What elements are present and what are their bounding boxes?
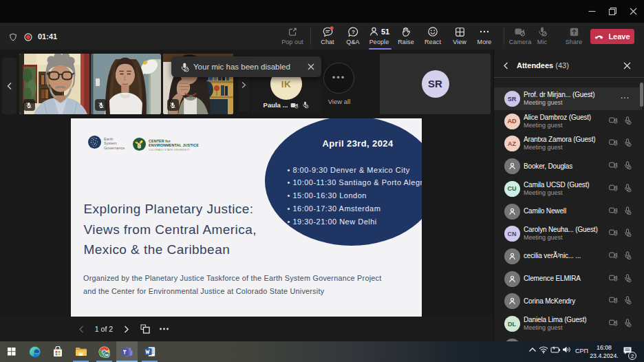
react-smiley-icon bbox=[427, 25, 438, 38]
people-button[interactable]: 51 People bbox=[363, 23, 396, 50]
esg-logo-text-line: Governance bbox=[104, 146, 125, 150]
raise-button[interactable]: Raise bbox=[392, 23, 420, 50]
react-button[interactable]: React bbox=[419, 23, 447, 50]
leave-button[interactable]: Leave bbox=[590, 29, 634, 44]
slide-thumbnails-icon[interactable] bbox=[140, 324, 150, 334]
chat-button[interactable]: Chat bbox=[314, 23, 341, 50]
view-all-button[interactable]: ••• bbox=[323, 63, 354, 94]
attendee-row[interactable]: cecilia verÃ³nic... ... bbox=[494, 245, 642, 268]
video-tile-participant-2[interactable] bbox=[91, 54, 161, 114]
camera-off-icon bbox=[609, 274, 618, 281]
attendee-status-icons bbox=[609, 138, 632, 147]
tray-battery-icon[interactable] bbox=[550, 346, 561, 353]
attendee-row[interactable]: AZArantxa Zamora (Guest)Meeting guest bbox=[494, 132, 642, 155]
taskbar-edge-button[interactable] bbox=[24, 341, 45, 362]
attendee-name: Prof. dr Mirjan... (Guest) bbox=[524, 91, 594, 98]
file-explorer-icon bbox=[75, 347, 87, 356]
person-icon bbox=[508, 252, 517, 261]
attendee-avatar-person bbox=[504, 248, 520, 264]
taskbar-teams-button[interactable] bbox=[116, 341, 138, 362]
minimize-icon[interactable] bbox=[588, 7, 597, 16]
chevron-left-icon bbox=[6, 82, 13, 90]
attendee-status-icons bbox=[609, 161, 632, 170]
attendee-avatar-person bbox=[504, 204, 520, 220]
attendee-more-menu[interactable]: ... bbox=[621, 91, 630, 100]
view-all-label: View all bbox=[315, 98, 363, 105]
tile-mic-muted-badge bbox=[95, 99, 107, 111]
attendee-name: Corina McKendry bbox=[524, 297, 575, 305]
attendee-avatar-initials: AD bbox=[504, 114, 520, 129]
taskbar-chrome-button[interactable]: M bbox=[94, 341, 115, 362]
shared-presentation-slide: April 23rd, 2024 • 8:00-9:30 Denver & Me… bbox=[71, 118, 422, 317]
panel-divider bbox=[494, 77, 644, 78]
attendee-row[interactable]: CNCarolyn Neuha... (Guest)Meeting guest bbox=[494, 222, 642, 245]
camera-off-icon bbox=[609, 206, 618, 214]
attendee-row[interactable]: SRProf. dr Mirjan... (Guest)Meeting gues… bbox=[494, 87, 642, 110]
tray-volume-icon[interactable] bbox=[562, 345, 571, 354]
share-button[interactable]: Share bbox=[560, 23, 588, 50]
attendee-status-icons bbox=[609, 116, 632, 125]
previous-slide-icon[interactable] bbox=[78, 326, 85, 333]
panel-back-icon[interactable] bbox=[503, 62, 509, 70]
close-icon[interactable] bbox=[629, 7, 638, 16]
camera-off-icon bbox=[609, 228, 618, 236]
taskbar-explorer-button[interactable] bbox=[70, 341, 92, 362]
filmstrip-scroll-left-button[interactable] bbox=[2, 58, 17, 114]
mic-off-icon bbox=[623, 274, 632, 283]
attendee-name: Daniela Lima (Guest) bbox=[524, 316, 586, 323]
next-slide-icon[interactable] bbox=[122, 326, 130, 333]
popout-icon bbox=[288, 25, 297, 38]
taskbar-store-button[interactable] bbox=[47, 341, 69, 362]
windows-taskbar: M bbox=[0, 341, 644, 362]
video-tile-participant-1[interactable] bbox=[19, 54, 89, 114]
toast-close-icon[interactable] bbox=[307, 63, 315, 71]
attendee-avatar-initials: AZ bbox=[504, 136, 520, 151]
attendee-avatar-person bbox=[504, 271, 520, 287]
panel-scrollbar[interactable] bbox=[640, 83, 643, 107]
camera-off-icon bbox=[609, 184, 618, 191]
attendee-row[interactable] bbox=[494, 335, 642, 341]
slide-schedule-list: • 8:00-9:30 Denver & Mexico City• 10:00-… bbox=[288, 164, 422, 229]
attendee-row[interactable]: Clemence ELMIRA bbox=[494, 268, 642, 290]
camera-off-icon bbox=[514, 25, 526, 38]
mic-off-icon bbox=[98, 102, 105, 109]
attendee-status-icons bbox=[609, 296, 632, 305]
attendee-row[interactable]: Corina McKendry bbox=[494, 290, 642, 312]
tray-wifi-icon[interactable] bbox=[539, 345, 548, 354]
video-tile-spotlight-sr[interactable]: SR bbox=[380, 54, 491, 114]
cej-logo: CENTER for ENVIRONMENTAL JUSTICE COLORAD… bbox=[133, 138, 199, 151]
person-icon bbox=[508, 162, 517, 171]
person-icon bbox=[508, 275, 517, 284]
attendee-row[interactable]: CUCamila UCSD (Guest)Meeting guest bbox=[494, 178, 642, 200]
attendee-row[interactable]: ADAlice Dambroz (Guest)Meeting guest bbox=[494, 110, 642, 133]
panel-close-icon[interactable] bbox=[623, 61, 632, 70]
attendee-row[interactable]: Booker, Douglas bbox=[494, 155, 642, 178]
tray-chevron-up-icon[interactable] bbox=[528, 347, 537, 352]
recording-indicator-icon bbox=[24, 33, 32, 41]
mic-off-icon bbox=[623, 228, 632, 237]
tray-language-indicator[interactable]: СРП bbox=[575, 348, 588, 354]
teams-icon bbox=[121, 346, 133, 357]
taskbar-start-button[interactable] bbox=[1, 341, 23, 362]
chrome-icon: M bbox=[98, 346, 110, 358]
tray-clock[interactable]: 16:08 23.4.2024. bbox=[588, 343, 621, 361]
attendee-name: Camila UCSD (Guest) bbox=[524, 181, 590, 189]
more-button[interactable]: More bbox=[471, 23, 498, 50]
paula-label-row: Paula ... bbox=[251, 101, 321, 109]
attendee-row[interactable]: DLDaniela Lima (Guest)Meeting guest bbox=[494, 312, 642, 335]
restore-icon[interactable] bbox=[608, 7, 617, 16]
slide-more-options-icon[interactable] bbox=[159, 326, 169, 332]
slide-title-line: Exploring Planetary Justice: bbox=[84, 199, 257, 220]
taskbar-word-button[interactable] bbox=[139, 341, 160, 362]
chevron-right-icon bbox=[241, 81, 247, 89]
slide-footer: Organized by the Planetary Justice Taskf… bbox=[83, 272, 381, 297]
slide-title-line: Mexico & the Caribbean bbox=[84, 239, 257, 260]
tile-mic-muted-badge bbox=[167, 99, 179, 111]
toolbar-separator bbox=[504, 28, 504, 45]
attendee-row[interactable]: Camilo Newell bbox=[494, 200, 642, 223]
mic-button[interactable]: Mic bbox=[528, 23, 556, 50]
attendee-name: Clemence ELMIRA bbox=[524, 275, 581, 282]
panel-title: Attendees bbox=[517, 61, 553, 70]
popout-button[interactable]: Pop out bbox=[279, 23, 306, 50]
view-button[interactable]: View bbox=[446, 23, 473, 50]
